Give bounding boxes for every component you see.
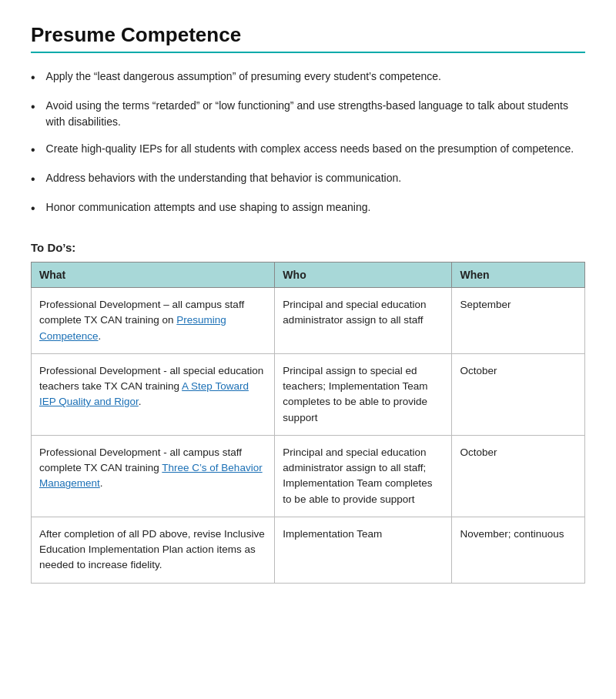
cell-what: Professional Development – all campus st… — [32, 288, 275, 354]
what-text-suffix: . — [99, 330, 102, 342]
bullet-item: Apply the “least dangerous assumption” o… — [31, 69, 585, 87]
cell-when: November; continuous — [452, 517, 585, 583]
cell-who: Principal assign to special ed teachers;… — [275, 353, 452, 435]
header-who: Who — [275, 263, 452, 288]
bullet-item: Address behaviors with the understanding… — [31, 170, 585, 189]
table-header-row: What Who When — [32, 263, 585, 288]
cell-when: September — [452, 288, 585, 354]
todos-table: What Who When Professional Development –… — [31, 262, 585, 584]
header-when: When — [452, 263, 585, 288]
page-title: Presume Competence — [31, 23, 585, 47]
what-text-suffix: . — [100, 477, 103, 489]
cell-when: October — [452, 435, 585, 517]
what-text-suffix: . — [139, 396, 142, 407]
bullet-item: Avoid using the terms “retarded” or “low… — [31, 98, 585, 130]
cell-who: Principal and special education administ… — [275, 288, 452, 354]
table-row: Professional Development - all special e… — [32, 353, 585, 435]
table-row: Professional Development - all campus st… — [32, 435, 585, 517]
table-row: Professional Development – all campus st… — [32, 288, 585, 354]
todos-heading: To Do’s: — [31, 241, 585, 254]
cell-when: October — [452, 353, 585, 435]
cell-who: Implementation Team — [275, 517, 452, 583]
cell-what: Professional Development - all special e… — [32, 353, 275, 435]
bullet-item: Create high-quality IEPs for all student… — [31, 141, 585, 159]
cell-what: After completion of all PD above, revise… — [32, 517, 275, 583]
bullet-list: Apply the “least dangerous assumption” o… — [31, 69, 585, 218]
table-row: After completion of all PD above, revise… — [32, 517, 585, 583]
cell-what: Professional Development - all campus st… — [32, 435, 275, 517]
bullet-item: Honor communication attempts and use sha… — [31, 199, 585, 218]
cell-who: Principal and special education administ… — [275, 435, 452, 517]
header-what: What — [32, 263, 275, 288]
table-body: Professional Development – all campus st… — [32, 288, 585, 584]
title-divider — [31, 52, 585, 53]
